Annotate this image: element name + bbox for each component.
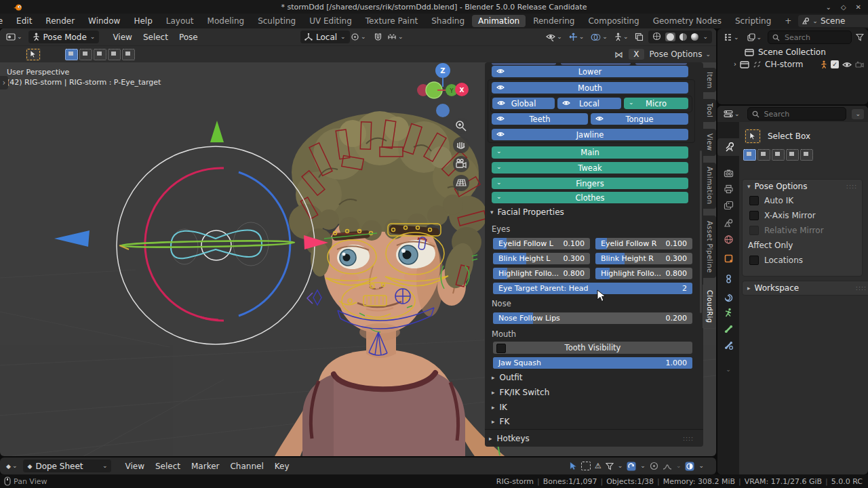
snap-settings-dropdown[interactable]: ⌄: [385, 30, 406, 43]
selectable-checkbox[interactable]: ✓: [831, 60, 839, 68]
slider-eyelid-follow-r[interactable]: Eyelid Follow R 0.100: [595, 238, 692, 249]
menu-render[interactable]: Render: [39, 16, 81, 26]
workspace-panel[interactable]: ▸ Workspace ::::: [742, 281, 868, 296]
menu-window[interactable]: Window: [81, 16, 127, 26]
locations-option[interactable]: Locations: [743, 253, 862, 268]
panel-fkik-switch[interactable]: ▸ FK/IK Switch: [492, 388, 549, 397]
xray-pose-dropdown[interactable]: ⌄: [612, 30, 631, 43]
dope-sheet-mode-dropdown[interactable]: ◆ Dope Sheet ⌄: [23, 460, 111, 472]
viewport-menu-pose[interactable]: Pose: [174, 33, 203, 42]
slider-highlight-follow-l[interactable]: Highlight Follo... 0.800: [493, 268, 590, 279]
tab-view-layer[interactable]: [717, 197, 739, 214]
workspace-tab-texture-paint[interactable]: Texture Paint: [359, 15, 424, 27]
gizmos-toggle[interactable]: ⌄: [567, 30, 587, 43]
active-tool-button[interactable]: [26, 48, 41, 61]
workspace-tab-shading[interactable]: Shading: [425, 15, 471, 27]
properties-editor-type-button[interactable]: ⌄: [722, 108, 742, 121]
tooth-visibility-toggle[interactable]: Tooth Visibility: [493, 342, 692, 354]
close-button[interactable]: ✕: [856, 3, 861, 11]
properties-search-input[interactable]: [763, 109, 827, 119]
mirror-x-toggle[interactable]: X: [629, 49, 644, 60]
workspace-tab-rendering[interactable]: Rendering: [527, 15, 580, 27]
snap-toggle[interactable]: [372, 30, 384, 43]
npanel-tab-animation[interactable]: Animation: [703, 163, 716, 209]
layer-button-tongue[interactable]: Tongue: [591, 113, 688, 125]
maximize-button[interactable]: ◇: [841, 3, 846, 11]
tooth-visibility-checkbox[interactable]: [496, 344, 506, 353]
falloff-curve-icon[interactable]: [663, 462, 672, 470]
outliner-editor-type-button[interactable]: ⌄: [722, 31, 741, 44]
panel-hotkeys[interactable]: ▸ Hotkeys: [489, 434, 530, 443]
select-mode-set[interactable]: [743, 149, 756, 161]
tab-bone-constraints[interactable]: [717, 336, 739, 354]
viewport-3d[interactable]: ⌄ Pose Mode ⌄ View Select Pose Local ⌄: [0, 28, 716, 456]
expand-arrow-icon[interactable]: ›: [734, 61, 736, 68]
layer-button-tweak[interactable]: ⌄ Tweak: [492, 162, 688, 174]
add-workspace-button[interactable]: +: [778, 15, 797, 27]
tab-output[interactable]: [717, 180, 739, 198]
toolbar-expand-button[interactable]: ›: [0, 76, 8, 89]
tab-tool[interactable]: [717, 138, 739, 156]
select-mode-set[interactable]: [65, 49, 78, 60]
drag-handle-icon[interactable]: ::::: [856, 285, 867, 291]
dope-menu-view[interactable]: View: [119, 462, 149, 471]
shading-material-button[interactable]: [679, 33, 687, 41]
visibility-dropdown[interactable]: ⌄: [544, 30, 564, 43]
tab-object-data[interactable]: [717, 304, 739, 321]
hide-eye-icon[interactable]: [842, 61, 852, 68]
viewport-menu-view[interactable]: View: [107, 33, 137, 42]
dope-menu-channel[interactable]: Channel: [224, 462, 269, 471]
select-mode-subtract[interactable]: [772, 149, 785, 161]
dope-sheet-editor-type-button[interactable]: ◆ ⌄: [4, 460, 19, 472]
npanel-tab-asset-pipeline[interactable]: Asset Pipeline: [703, 216, 716, 278]
x-axis-mirror-option[interactable]: X-Axis Mirror: [743, 208, 862, 223]
npanel-tab-item[interactable]: Item: [703, 68, 716, 92]
overlays-toggle-icon[interactable]: [685, 462, 694, 471]
layer-button-clothes[interactable]: ⌄ Clothes: [492, 192, 688, 203]
workspace-tab-scripting[interactable]: Scripting: [729, 15, 777, 27]
layer-button-jawline[interactable]: Jawline: [492, 129, 688, 140]
menu-help[interactable]: Help: [127, 16, 159, 26]
snapping-icon[interactable]: [627, 462, 636, 471]
pose-options-panel-header[interactable]: ▾ Pose Options ::::: [743, 180, 862, 193]
viewport-menu-select[interactable]: Select: [138, 33, 174, 42]
drag-handle-icon[interactable]: ::::: [846, 183, 857, 190]
shading-rendered-button[interactable]: [691, 33, 698, 41]
editor-type-button[interactable]: ⌄: [4, 30, 24, 43]
tab-constraints[interactable]: [717, 270, 739, 287]
panel-fk[interactable]: ▸ FK: [492, 417, 509, 426]
layer-button-lower[interactable]: Lower: [492, 66, 688, 77]
transform-orientation-dropdown[interactable]: Local ⌄: [300, 30, 350, 43]
facial-properties-panel-header[interactable]: ▾ Facial Properties: [490, 207, 564, 217]
slider-nose-follow-lips[interactable]: Nose Follow Lips 0.200: [493, 312, 692, 324]
tab-render[interactable]: [717, 164, 739, 182]
pivot-point-dropdown[interactable]: ⌄: [349, 30, 368, 43]
layer-button-global[interactable]: Global: [492, 98, 555, 109]
filters-icon[interactable]: [606, 462, 614, 470]
render-visibility-camera-icon[interactable]: [855, 61, 864, 68]
scene-selector[interactable]: ⌄ Scene ✕: [798, 15, 868, 27]
auto-ik-option[interactable]: Auto IK: [743, 193, 862, 208]
panel-scrollbar[interactable]: [700, 150, 702, 313]
panel-ik[interactable]: ▸ IK: [492, 403, 507, 412]
drag-handle-icon[interactable]: ::::: [683, 435, 694, 442]
dope-menu-marker[interactable]: Marker: [186, 462, 224, 471]
select-mode-invert[interactable]: [108, 49, 121, 60]
dope-menu-key[interactable]: Key: [269, 462, 295, 471]
workspace-tab-animation[interactable]: Animation: [472, 15, 526, 27]
eye-target-parent-field[interactable]: Eye Target Parent: Head 2: [493, 283, 692, 294]
navigation-gizmo[interactable]: Z Y X: [417, 63, 469, 117]
properties-options-button[interactable]: ⌄: [852, 109, 864, 119]
workspace-tab-modeling[interactable]: Modeling: [201, 15, 251, 27]
dope-menu-select[interactable]: Select: [150, 462, 186, 471]
tab-object[interactable]: [717, 249, 739, 267]
tab-strip-overflow[interactable]: ⌄: [717, 361, 739, 378]
minimize-button[interactable]: ⌄: [826, 3, 831, 11]
menu-edit[interactable]: Edit: [9, 16, 39, 26]
active-tool-row[interactable]: Select Box: [745, 129, 868, 144]
tab-world[interactable]: [717, 230, 739, 248]
npanel-tab-cloudrig[interactable]: CloudRig: [703, 285, 716, 328]
mirror-icon[interactable]: ⋈: [614, 49, 623, 60]
select-mode-subtract[interactable]: [94, 49, 106, 60]
auto-ik-checkbox[interactable]: [749, 196, 759, 205]
